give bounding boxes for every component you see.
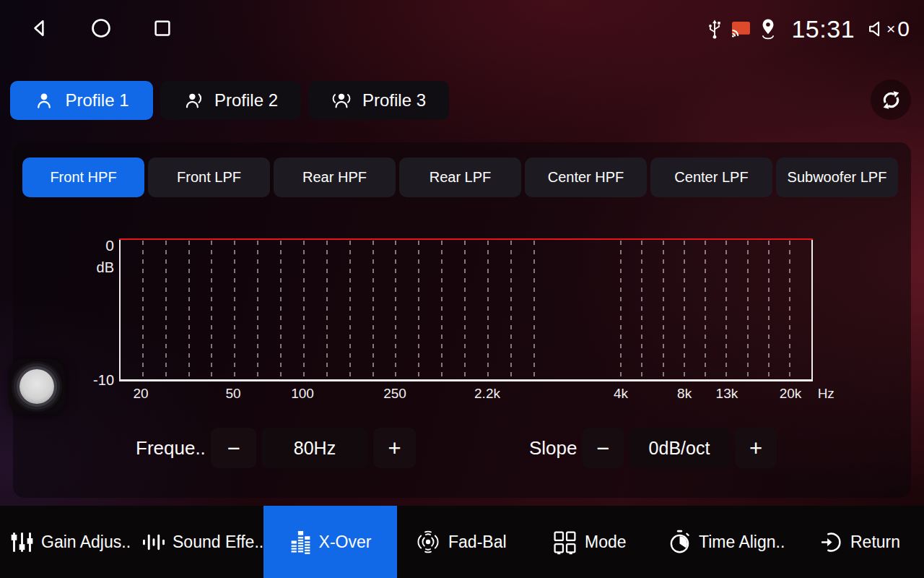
usb-icon (706, 19, 723, 40)
volume-knob[interactable] (9, 359, 65, 414)
gridline (705, 241, 706, 379)
slope-decrease-button[interactable]: − (582, 428, 624, 468)
return-arrow-icon (819, 530, 843, 554)
refresh-profiles-button[interactable] (871, 79, 911, 120)
head-unit-screen: 15:31 × 0 Profile 1Profile 2Profile 3 Fr… (0, 0, 924, 578)
gridline (395, 241, 396, 379)
gridline (441, 241, 443, 379)
gridline (280, 241, 282, 379)
gridline (641, 241, 642, 379)
volume-muted-icon (867, 20, 886, 38)
profile-label: Profile 1 (65, 90, 128, 111)
nav-item-sound-effe[interactable]: Sound Effe.. (141, 506, 263, 578)
gridline (303, 241, 305, 379)
recents-button[interactable] (152, 17, 173, 41)
frequency-increase-button[interactable]: + (373, 428, 416, 468)
x-tick-20: 20 (133, 386, 148, 402)
profile-label: Profile 3 (362, 90, 426, 111)
slope-increase-button[interactable]: + (735, 428, 777, 468)
x-tick-250: 250 (383, 386, 406, 402)
gridline (663, 241, 664, 379)
gridline (487, 241, 489, 379)
y-tick-minus10: -10 (75, 372, 114, 389)
nav-item-mode[interactable]: Mode (552, 506, 627, 578)
nav-item-label: Time Align.. (699, 532, 785, 552)
x-tick-4k: 4k (614, 386, 628, 402)
home-icon (90, 17, 113, 40)
gridline (464, 241, 466, 379)
profile-tab-2[interactable]: Profile 2 (160, 81, 301, 120)
nav-item-label: Fad-Bal (448, 532, 507, 552)
mode-grid-icon (552, 530, 578, 555)
gridline (142, 241, 144, 379)
filter-tab-subwoofer-lpf[interactable]: Subwoofer LPF (776, 158, 898, 197)
person-double-arc-icon (331, 90, 352, 111)
location-icon (759, 18, 777, 40)
nav-item-time-align[interactable]: Time Align.. (668, 506, 785, 578)
gridline (372, 241, 374, 379)
back-button[interactable] (29, 17, 51, 41)
nav-item-return[interactable]: Return (819, 506, 900, 578)
nav-item-label: Gain Adjus.. (41, 532, 131, 552)
filter-tab-front-lpf[interactable]: Front LPF (148, 158, 270, 197)
frequency-response-plot (119, 238, 813, 381)
x-axis-unit: Hz (818, 386, 834, 402)
nav-item-label: X-Over (319, 532, 372, 552)
profile-tab-1[interactable]: Profile 1 (10, 81, 153, 120)
profile-label: Profile 2 (214, 90, 278, 111)
volume-indicator: × 0 (867, 17, 910, 41)
sound-effect-bars-icon (141, 532, 165, 553)
frequency-label: Freque.. (136, 428, 206, 468)
slope-label: Slope (529, 428, 578, 468)
gridline (510, 241, 512, 379)
nav-item-label: Sound Effe.. (173, 532, 263, 552)
gridline (349, 241, 351, 379)
cast-icon (731, 21, 751, 38)
profile-tab-3[interactable]: Profile 3 (308, 81, 449, 120)
gridline (165, 241, 167, 379)
filter-tab-rear-lpf[interactable]: Rear LPF (399, 158, 521, 197)
filter-channel-tabs: Front HPFFront LPFRear HPFRear LPFCenter… (22, 158, 898, 197)
nav-item-fad-bal[interactable]: Fad-Bal (415, 506, 507, 578)
x-tick-50: 50 (225, 386, 240, 402)
nav-item-label: Return (850, 532, 900, 552)
gridline (257, 241, 258, 379)
gridline (326, 241, 328, 379)
android-nav-keys (29, 17, 173, 41)
x-tick-2.2k: 2.2k (474, 386, 500, 402)
filter-tab-front-hpf[interactable]: Front HPF (22, 158, 144, 197)
gridline (188, 241, 190, 379)
nav-item-x-over[interactable]: X-Over (263, 506, 397, 578)
volume-level: 0 (897, 17, 910, 41)
status-bar: 15:31 × 0 (0, 0, 924, 58)
fader-balance-icon (415, 530, 441, 554)
gridline (768, 241, 770, 379)
crossover-eq-icon (289, 530, 312, 554)
recents-icon (152, 17, 173, 39)
knob-circle (19, 369, 54, 404)
bottom-nav-bar: Gain Adjus..Sound Effe..X-OverFad-BalMod… (0, 506, 924, 578)
x-tick-8k: 8k (677, 386, 692, 402)
home-button[interactable] (90, 17, 113, 41)
x-tick-13k: 13k (716, 386, 738, 402)
status-indicators: 15:31 × 0 (706, 15, 910, 43)
nav-item-label: Mode (585, 532, 627, 552)
gridline (620, 241, 622, 379)
profile-tabs: Profile 1Profile 2Profile 3 (10, 81, 449, 120)
gridline (418, 241, 419, 379)
y-tick-0: 0 (75, 237, 114, 254)
y-axis-unit: dB (75, 259, 114, 276)
slope-value: 0dB/oct (629, 428, 730, 468)
response-curve (119, 238, 813, 240)
x-tick-100: 100 (291, 386, 314, 402)
filter-tab-center-lpf[interactable]: Center LPF (650, 158, 772, 197)
x-axis-labels: Hz 20501002502.2k4k8k13k20k (119, 384, 813, 402)
gridline (684, 241, 685, 379)
gridline (747, 241, 749, 379)
time-alignment-stopwatch-icon (668, 530, 692, 555)
filter-tab-center-hpf[interactable]: Center HPF (525, 158, 647, 197)
frequency-decrease-button[interactable]: − (211, 428, 256, 468)
nav-item-gain-adjus[interactable]: Gain Adjus.. (10, 506, 131, 578)
filter-tab-rear-hpf[interactable]: Rear HPF (274, 158, 396, 197)
sync-icon (880, 89, 902, 111)
